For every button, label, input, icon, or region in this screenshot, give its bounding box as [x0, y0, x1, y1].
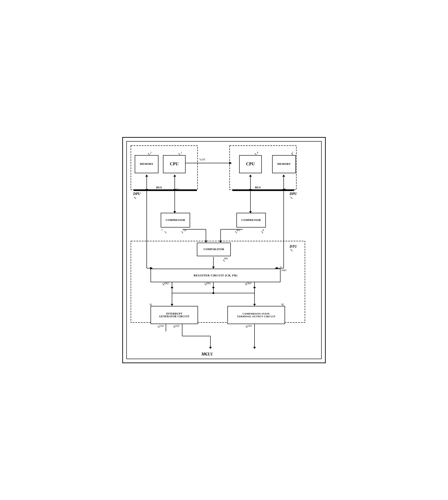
svg-marker-30: [212, 267, 215, 269]
interrupt-block: INTERRUPT GENERATOR CIRCUIT: [151, 306, 198, 324]
svg-marker-32: [171, 287, 173, 289]
ref-10: 1001: [281, 269, 287, 272]
compressor-left-block: COMPRESSOR: [161, 213, 190, 228]
bus-left-label: BUS: [156, 186, 162, 189]
cpu-right-block: CPU: [239, 155, 262, 173]
svg-marker-9: [173, 175, 176, 177]
compressor-right-block: COMPRESSOR: [237, 213, 266, 228]
svg-marker-36: [253, 287, 256, 289]
svg-point-57: [212, 292, 214, 294]
squiggle-3: ∼: [174, 186, 180, 192]
dpu-right-label: DPU: [289, 192, 297, 196]
squiggle-8: ∼: [259, 229, 265, 235]
svg-marker-28: [219, 241, 222, 243]
cpu-left-block: CPU: [163, 155, 186, 173]
squiggle-101: ∼: [197, 156, 203, 162]
comparator-block: COMPARATOR: [197, 243, 231, 256]
svg-marker-43: [253, 304, 256, 306]
svg-marker-14: [249, 175, 252, 177]
register-block: REGISTER CIRCUIT (CR, FR): [151, 269, 281, 282]
bus-right-label: BUS: [255, 186, 261, 189]
comparison-block: COMPARISON STATE TERMINAL OUTPUT CIRCUIT: [227, 306, 285, 324]
diagram-wrapper: DPU DPU DTU MCU1 BUS BUS MEMORY 2 CPU 1 …: [122, 137, 326, 363]
ref-7: 7: [161, 229, 162, 232]
svg-marker-34: [212, 287, 215, 289]
memory-left-block: MEMORY: [135, 155, 159, 173]
svg-marker-7: [145, 189, 148, 191]
squiggle-6: ∼: [282, 186, 288, 192]
svg-marker-22: [229, 162, 232, 164]
outer-box: DPU DPU DTU MCU1 BUS BUS MEMORY 2 CPU 1 …: [126, 141, 322, 359]
svg-marker-15: [249, 189, 252, 191]
svg-marker-17: [282, 175, 285, 177]
svg-marker-25: [205, 241, 207, 243]
memory-right-block: MEMORY: [272, 155, 296, 173]
svg-marker-54: [209, 347, 212, 349]
dpu-left-label: DPU: [133, 192, 141, 196]
squiggle-7: ∼: [162, 229, 168, 235]
svg-marker-6: [145, 175, 148, 177]
svg-marker-56: [253, 347, 256, 349]
svg-marker-39: [171, 304, 173, 306]
